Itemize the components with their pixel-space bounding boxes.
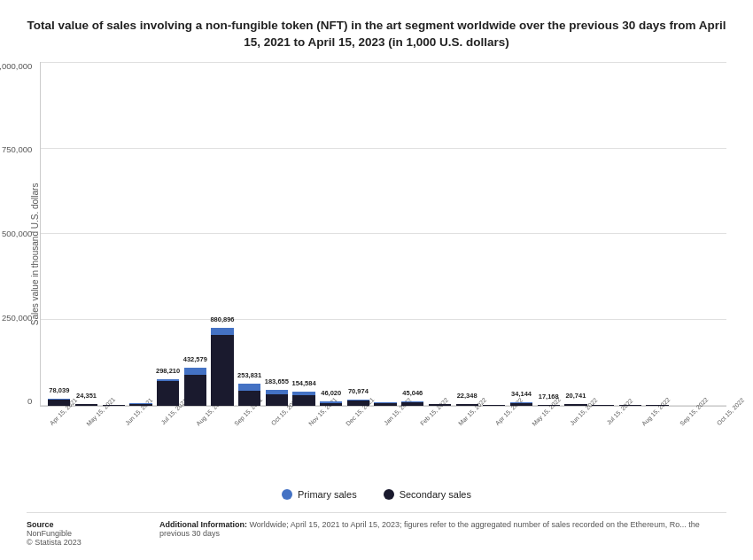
- bar-group: 298,210: [155, 379, 182, 406]
- bar-stack: [266, 390, 288, 406]
- bar-stack: [456, 404, 478, 406]
- bar-group: 20,741: [563, 404, 589, 406]
- plot-area: 1,000,000 750,000 500,000 250,000 0 78,0…: [40, 62, 726, 407]
- bar-secondary: [429, 404, 451, 406]
- bar-group: 45,046: [400, 401, 426, 406]
- y-label-250000: 250,000: [2, 314, 32, 323]
- bars-container: 78,03924,351298,210432,579880,896253,831…: [44, 62, 726, 406]
- bar-stack: [592, 405, 614, 406]
- bar-secondary: [266, 394, 288, 406]
- bar-group: 22,348: [454, 404, 480, 406]
- bar-secondary: [320, 403, 342, 406]
- chart-title: Total value of sales involving a non-fun…: [27, 18, 726, 51]
- page-container: Total value of sales involving a non-fun…: [0, 0, 753, 560]
- bar-group: [481, 405, 508, 406]
- bar-stack: [157, 379, 179, 406]
- chart-area: Sales value in thousand U.S. dollars 1,0…: [27, 62, 726, 447]
- bar-group: [100, 405, 127, 406]
- bar-group: [372, 402, 399, 406]
- info-label: Additional Information:: [159, 520, 247, 529]
- bar-secondary: [211, 335, 233, 406]
- bar-stack: [564, 404, 586, 406]
- bar-stack: [75, 404, 97, 406]
- bar-secondary: [129, 404, 151, 406]
- chart-content: 1,000,000 750,000 500,000 250,000 0 78,0…: [40, 62, 726, 447]
- bar-group: 24,351: [74, 404, 100, 406]
- bar-annotation: 70,974: [348, 387, 369, 395]
- bar-annotation: 298,210: [156, 367, 180, 375]
- x-labels: Apr 15, 2021May 15, 2021Jun 15, 2021Jul …: [40, 409, 726, 447]
- bar-stack: [103, 405, 125, 406]
- bar-secondary: [347, 401, 369, 406]
- bar-annotation: 20,741: [565, 392, 586, 400]
- legend-primary-label: Primary sales: [298, 489, 357, 500]
- bar-secondary: [646, 405, 668, 406]
- bar-group: [128, 403, 154, 406]
- bar-stack: [619, 405, 641, 406]
- bar-group: [644, 405, 671, 406]
- bar-group: [617, 405, 643, 406]
- bar-annotation: 17,168: [539, 393, 559, 401]
- bar-stack: [238, 384, 260, 406]
- bar-annotation: 45,046: [402, 389, 423, 397]
- bar-secondary: [592, 405, 614, 406]
- bar-stack: [429, 404, 451, 406]
- bar-group: 78,039: [46, 399, 73, 406]
- bar-primary: [211, 328, 233, 335]
- legend-primary-dot: [282, 489, 292, 500]
- bar-stack: [646, 405, 668, 406]
- bar-group: 70,974: [345, 400, 372, 406]
- bar-group: 253,831: [237, 384, 263, 406]
- footer-source: Source NonFungible © Statista 2023: [27, 520, 133, 547]
- legend-secondary-label: Secondary sales: [400, 489, 471, 500]
- bar-annotation: 154,584: [291, 379, 315, 387]
- bar-secondary: [75, 404, 97, 406]
- bar-secondary: [483, 405, 505, 406]
- legend-primary: Primary sales: [282, 489, 357, 500]
- y-labels: 1,000,000 750,000 500,000 250,000 0: [0, 62, 32, 406]
- source-line-1: NonFungible: [27, 529, 133, 538]
- bar-stack: [401, 401, 423, 406]
- bar-secondary: [184, 375, 206, 406]
- y-label-750000: 750,000: [2, 145, 32, 154]
- bar-secondary: [564, 404, 586, 406]
- source-label: Source: [27, 520, 133, 529]
- bar-annotation: 880,896: [210, 315, 234, 323]
- bar-secondary: [374, 403, 396, 406]
- bar-secondary: [619, 405, 641, 406]
- bar-secondary: [103, 405, 125, 406]
- bar-secondary: [510, 403, 532, 406]
- bar-annotation: 253,831: [237, 371, 261, 379]
- bar-stack: [320, 401, 342, 406]
- bar-secondary: [456, 404, 478, 406]
- legend: Primary sales Secondary sales: [27, 489, 726, 500]
- bar-secondary: [238, 391, 260, 406]
- bar-secondary: [538, 405, 560, 406]
- bar-stack: [347, 400, 369, 406]
- bar-group: [427, 404, 454, 406]
- bar-group: 432,579: [182, 368, 208, 406]
- source-line-2: © Statista 2023: [27, 538, 133, 547]
- bar-stack: [211, 328, 233, 406]
- bar-primary: [238, 384, 260, 391]
- bar-stack: [374, 402, 396, 406]
- bar-annotation: 22,348: [457, 392, 477, 400]
- bar-group: 17,168: [535, 405, 562, 406]
- y-label-0: 0: [27, 397, 32, 406]
- bar-annotation: 46,020: [321, 389, 341, 397]
- bar-primary: [184, 368, 206, 375]
- bar-group: 154,584: [291, 392, 317, 406]
- legend-secondary-dot: [384, 489, 394, 500]
- bar-annotation: 432,579: [183, 355, 207, 363]
- bar-stack: [129, 403, 151, 406]
- bar-stack: [184, 368, 206, 406]
- bar-secondary: [48, 400, 70, 406]
- bar-stack: [292, 392, 314, 406]
- bar-stack: [510, 402, 532, 406]
- footer-info: Additional Information: Worldwide; April…: [159, 520, 726, 547]
- bar-secondary: [292, 395, 314, 406]
- bar-stack: [483, 405, 505, 406]
- bar-group: [590, 405, 617, 406]
- bar-annotation: 78,039: [49, 386, 69, 394]
- y-label-500000: 500,000: [2, 229, 32, 238]
